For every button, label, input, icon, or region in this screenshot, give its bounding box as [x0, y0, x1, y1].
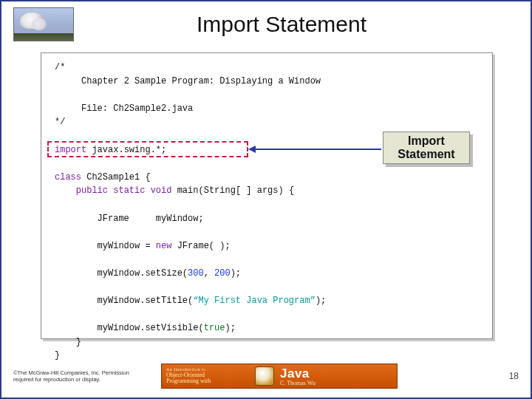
main-rest: main(String[ ] args) { — [171, 185, 294, 196]
close-inner: } — [55, 337, 81, 347]
code-content: /* Chapter 2 Sample Program: Displaying … — [55, 61, 479, 363]
kw-static: static — [108, 185, 145, 196]
kw-true: true — [204, 323, 225, 333]
line-new-post: JFrame( ); — [171, 241, 230, 251]
arrow-line — [254, 149, 381, 150]
line-title-pre: myWindow.setTitle( — [55, 296, 193, 306]
comment-open: /* — [55, 62, 65, 72]
page-number: 18 — [509, 371, 519, 381]
import-highlight-box — [47, 141, 248, 157]
callout-line1: Import — [398, 134, 454, 148]
comment-line2: File: Ch2Sample2.java — [81, 103, 193, 114]
string-title: “My First Java Program” — [193, 296, 316, 306]
line-new-pre: myWindow = — [55, 241, 156, 251]
comment-close: */ — [55, 117, 65, 127]
main-indent — [55, 185, 76, 196]
banner-author: C. Thomas Wu — [280, 380, 397, 386]
header-thumbnail — [13, 7, 74, 41]
page-title: Import Statement — [44, 12, 519, 37]
callout-box: Import Statement — [383, 132, 470, 164]
line-size-post: ); — [231, 268, 241, 279]
kw-public: public — [76, 185, 108, 196]
kw-void: void — [145, 185, 171, 196]
num-300: 300 — [188, 268, 204, 279]
line-size-pre: myWindow.setSize( — [55, 268, 188, 279]
banner-java: Java — [280, 366, 397, 381]
arrow-head-icon — [248, 146, 256, 153]
class-rest: Ch2Sample1 { — [81, 172, 151, 183]
book-banner: An Introduction to Object-Oriented Progr… — [161, 364, 398, 389]
line-title-post: ); — [316, 296, 326, 306]
num-200: 200 — [214, 268, 231, 279]
copyright-text: ©The McGraw-Hill Companies, Inc. Permiss… — [13, 369, 146, 383]
code-box: /* Chapter 2 Sample Program: Displaying … — [41, 52, 493, 339]
line-jframe: JFrame myWindow; — [55, 214, 204, 224]
callout-line2: Statement — [398, 148, 454, 161]
slide-frame: Import Statement /* Chapter 2 Sample Pro… — [0, 0, 532, 399]
footer: ©The McGraw-Hill Companies, Inc. Permiss… — [1, 355, 531, 398]
kw-new: new — [156, 241, 172, 251]
comment-line1: Chapter 2 Sample Program: Displaying a W… — [81, 76, 321, 86]
java-cup-icon — [255, 366, 274, 386]
line-vis-pre: myWindow.setVisible( — [55, 323, 204, 333]
header: Import Statement — [1, 1, 531, 44]
kw-class: class — [55, 172, 81, 183]
line-size-mid: , — [204, 268, 214, 279]
line-vis-post: ); — [225, 323, 235, 333]
banner-sub2: Programming with — [166, 378, 250, 384]
